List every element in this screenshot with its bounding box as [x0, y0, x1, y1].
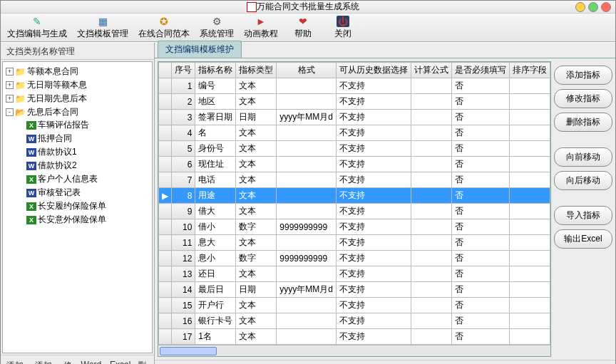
- cell[interactable]: 否: [452, 157, 510, 172]
- cell[interactable]: 文本: [236, 204, 277, 219]
- tree-leaf[interactable]: W借款协议1: [17, 146, 150, 158]
- side-button[interactable]: 修改指标: [554, 89, 612, 108]
- cell[interactable]: 否: [452, 188, 510, 204]
- cell[interactable]: [277, 141, 337, 157]
- cell[interactable]: 否: [452, 219, 510, 235]
- col-header[interactable]: 可从历史数据选择: [337, 63, 411, 78]
- col-header[interactable]: 排序字段: [510, 63, 550, 78]
- tree-leaf[interactable]: X客户个人信息表: [17, 173, 150, 185]
- cell[interactable]: [510, 282, 550, 298]
- cell[interactable]: 日期: [236, 110, 277, 125]
- cell[interactable]: [411, 251, 452, 266]
- cell[interactable]: [411, 94, 452, 110]
- cell[interactable]: 16: [172, 313, 195, 329]
- cell[interactable]: [510, 110, 550, 125]
- cell[interactable]: 银行卡号: [195, 313, 236, 329]
- cell[interactable]: 签署日期: [195, 110, 236, 125]
- cell[interactable]: 1: [172, 78, 195, 94]
- tree-leaf[interactable]: X车辆评估报告: [17, 119, 150, 131]
- side-button[interactable]: 向前移动: [554, 147, 612, 167]
- cell[interactable]: 现住址: [195, 157, 236, 172]
- cell[interactable]: 17: [172, 329, 195, 345]
- tb-online[interactable]: ✪在线合同范本: [133, 14, 195, 41]
- cell[interactable]: 文本: [236, 266, 277, 282]
- cell[interactable]: 不支持: [337, 251, 411, 266]
- tb-tutorial[interactable]: ►动画教程: [239, 14, 283, 41]
- cell[interactable]: [411, 298, 452, 313]
- tree-node[interactable]: +📁无日期等额本息: [6, 79, 150, 91]
- table-row[interactable]: 2地区文本不支持否: [159, 94, 550, 110]
- tb-close[interactable]: ⏻关闭: [323, 14, 363, 41]
- cell[interactable]: 借小: [195, 219, 236, 235]
- cell[interactable]: 文本: [236, 172, 277, 188]
- left-action[interactable]: 添加文档: [35, 360, 56, 364]
- cell[interactable]: 不支持: [337, 141, 411, 157]
- cell[interactable]: 否: [452, 282, 510, 298]
- cell[interactable]: [277, 172, 337, 188]
- cell[interactable]: 否: [452, 125, 510, 141]
- col-header[interactable]: 指标名称: [195, 63, 236, 78]
- cell[interactable]: 6: [172, 157, 195, 172]
- cell[interactable]: 文本: [236, 313, 277, 329]
- table-row[interactable]: 14最后日日期yyyy年MM月d不支持否: [159, 282, 550, 298]
- cell[interactable]: 借大: [195, 204, 236, 219]
- cell[interactable]: 不支持: [337, 329, 411, 345]
- cell[interactable]: 名: [195, 125, 236, 141]
- cell[interactable]: [411, 235, 452, 251]
- left-action[interactable]: Word←Excel: [81, 360, 131, 364]
- table-row[interactable]: 15开户行文本不支持否: [159, 298, 550, 313]
- table-row[interactable]: 3签署日期日期yyyy年MM月d不支持否: [159, 110, 550, 125]
- table-row[interactable]: 10借小数字9999999999不支持否: [159, 219, 550, 235]
- cell[interactable]: 9999999999: [277, 251, 337, 266]
- cell[interactable]: [277, 313, 337, 329]
- left-action[interactable]: 删除: [138, 360, 148, 364]
- cell[interactable]: 不支持: [337, 172, 411, 188]
- cell[interactable]: 不支持: [337, 298, 411, 313]
- tb-help[interactable]: ❤帮助: [283, 14, 323, 41]
- cell[interactable]: [411, 188, 452, 204]
- cell[interactable]: [277, 298, 337, 313]
- cell[interactable]: 不支持: [337, 204, 411, 219]
- cell[interactable]: [510, 313, 550, 329]
- cell[interactable]: 不支持: [337, 188, 411, 204]
- cell[interactable]: 否: [452, 172, 510, 188]
- cell[interactable]: 否: [452, 110, 510, 125]
- cell[interactable]: [411, 266, 452, 282]
- cell[interactable]: 数字: [236, 251, 277, 266]
- cell[interactable]: 8: [172, 188, 195, 204]
- cell[interactable]: 5: [172, 141, 195, 157]
- tb-template[interactable]: ▦文挡模板管理: [72, 14, 133, 41]
- expand-icon[interactable]: +: [6, 68, 14, 76]
- cell[interactable]: 否: [452, 94, 510, 110]
- cell[interactable]: 文本: [236, 94, 277, 110]
- tab-template-edit[interactable]: 文挡编辑模板维护: [158, 41, 242, 58]
- table-row[interactable]: 7电话文本不支持否: [159, 172, 550, 188]
- cell[interactable]: 否: [452, 266, 510, 282]
- cell[interactable]: [510, 188, 550, 204]
- tree-leaf[interactable]: X长安履约保险保单: [17, 200, 150, 212]
- tree-node[interactable]: -📂先息后本合同: [6, 106, 150, 118]
- cell[interactable]: [411, 313, 452, 329]
- minimize-button[interactable]: [575, 2, 585, 12]
- table-row[interactable]: 6现住址文本不支持否: [159, 157, 550, 172]
- cell[interactable]: [277, 235, 337, 251]
- cell[interactable]: [411, 172, 452, 188]
- cell[interactable]: 数字: [236, 219, 277, 235]
- grid-scroll[interactable]: 序号指标名称指标类型格式可从历史数据选择计算公式是否必须填写排序字段1编号文本不…: [158, 62, 550, 345]
- cell[interactable]: [510, 157, 550, 172]
- cell[interactable]: yyyy年MM月d: [277, 110, 337, 125]
- cell[interactable]: 13: [172, 266, 195, 282]
- cell[interactable]: 3: [172, 110, 195, 125]
- tree-leaf[interactable]: W抵押合同: [17, 132, 150, 145]
- cell[interactable]: 不支持: [337, 125, 411, 141]
- cell[interactable]: 不支持: [337, 110, 411, 125]
- horizontal-scrollbar[interactable]: [158, 345, 550, 356]
- left-action[interactable]: 添加分类: [6, 360, 28, 364]
- table-row[interactable]: 4名文本不支持否: [159, 125, 550, 141]
- cell[interactable]: [277, 204, 337, 219]
- cell[interactable]: [510, 251, 550, 266]
- cell[interactable]: 电话: [195, 172, 236, 188]
- cell[interactable]: 身份号: [195, 141, 236, 157]
- cell[interactable]: [411, 219, 452, 235]
- cell[interactable]: [277, 78, 337, 94]
